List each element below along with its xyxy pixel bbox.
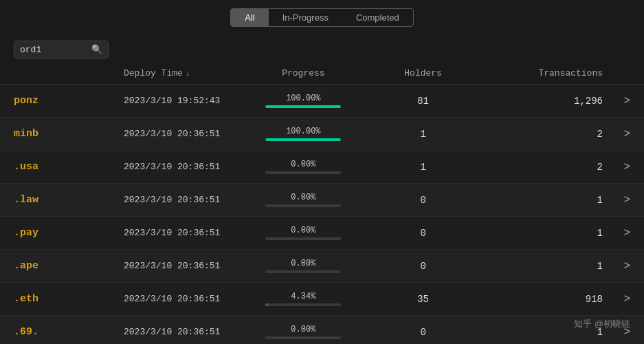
progress-pct-label: 0.00% [291, 325, 315, 334]
deploy-time-value: 2023/3/10 20:36:51 [124, 162, 220, 172]
table-row[interactable]: ponz 2023/3/10 19:52:43 100.00% 81 1,296 [0, 85, 644, 118]
cell-deploy-time: 2023/3/10 20:36:51 [124, 261, 243, 271]
table-container: Deploy Time ↓ Progress Holders Transacti… [0, 63, 644, 344]
deploy-time-value: 2023/3/10 20:36:51 [124, 294, 220, 304]
tab-completed[interactable]: Completed [342, 9, 413, 26]
progress-bar-bg [265, 138, 341, 141]
cell-chevron[interactable]: > [603, 95, 630, 107]
cell-progress: 100.00% [243, 127, 363, 141]
cell-deploy-time: 2023/3/10 20:36:51 [124, 162, 243, 172]
cell-chevron[interactable]: > [603, 161, 630, 173]
cell-transactions: 1,296 [483, 96, 603, 107]
chevron-icon: > [623, 128, 630, 140]
progress-pct-label: 100.00% [286, 94, 320, 103]
cell-progress: 0.00% [243, 160, 363, 174]
table-header: Deploy Time ↓ Progress Holders Transacti… [0, 63, 644, 85]
cell-holders: 1 [364, 129, 483, 140]
progress-bar-fill [265, 105, 341, 108]
cell-progress: 4.34% [243, 292, 363, 306]
progress-bar-fill [265, 303, 269, 306]
table-row[interactable]: minb 2023/3/10 20:36:51 100.00% 1 2 [0, 118, 644, 151]
cell-progress: 100.00% [243, 94, 363, 108]
progress-pct-label: 100.00% [286, 127, 320, 136]
cell-progress: 0.00% [243, 259, 363, 273]
deploy-time-value: 2023/3/10 20:36:51 [124, 327, 220, 337]
tab-all[interactable]: All [231, 9, 268, 26]
cell-holders: 0 [364, 327, 483, 338]
tab-in-progress[interactable]: In-Progress [269, 9, 342, 26]
holders-value: 1 [420, 129, 425, 140]
tab-group: AllIn-ProgressCompleted [230, 8, 414, 27]
ticker-label: .usa [14, 161, 38, 173]
cell-ticker: .69. [14, 326, 124, 338]
progress-bar-bg [265, 105, 341, 108]
holders-value: 0 [420, 327, 425, 338]
cell-holders: 1 [364, 162, 483, 173]
table-body: ponz 2023/3/10 19:52:43 100.00% 81 1,296 [0, 85, 644, 344]
cell-chevron[interactable]: > [603, 227, 630, 239]
holders-value: 35 [417, 294, 429, 305]
table-row[interactable]: .69. 2023/3/10 20:36:51 0.00% 0 1 > [0, 316, 644, 344]
ticker-label: ponz [14, 95, 38, 107]
holders-value: 0 [420, 261, 425, 272]
col-holders: Holders [364, 68, 483, 78]
cell-ticker: minb [14, 128, 124, 140]
search-input[interactable] [20, 45, 89, 55]
col-deploy-time: Deploy Time ↓ [124, 68, 243, 78]
cell-chevron[interactable]: > [603, 128, 630, 140]
progress-cell: 0.00% [265, 226, 341, 240]
col-action [603, 68, 630, 78]
ticker-label: .law [14, 194, 38, 206]
cell-holders: 0 [364, 228, 483, 239]
holders-value: 1 [420, 162, 425, 173]
chevron-icon: > [623, 95, 630, 107]
progress-pct-label: 0.00% [291, 226, 315, 235]
cell-chevron[interactable]: > [603, 293, 630, 305]
cell-chevron[interactable]: > [603, 260, 630, 272]
deploy-time-value: 2023/3/10 20:36:51 [124, 228, 220, 238]
cell-progress: 0.00% [243, 226, 363, 240]
progress-cell: 0.00% [265, 193, 341, 207]
deploy-time-value: 2023/3/10 19:52:43 [124, 96, 220, 106]
progress-bar-bg [265, 336, 341, 339]
transactions-value: 2 [597, 162, 603, 173]
cell-holders: 0 [364, 261, 483, 272]
ticker-label: .69. [14, 326, 38, 338]
col-deploy-time-label: Deploy Time [124, 68, 183, 78]
ticker-label: .pay [14, 227, 38, 239]
cell-holders: 35 [364, 294, 483, 305]
cell-transactions: 1 [483, 228, 603, 239]
col-transactions: Transactions [483, 68, 603, 78]
chevron-icon: > [623, 161, 630, 173]
sort-icon: ↓ [186, 69, 190, 78]
progress-cell: 100.00% [265, 94, 341, 108]
table-row[interactable]: .pay 2023/3/10 20:36:51 0.00% 0 1 > [0, 217, 644, 250]
cell-progress: 0.00% [243, 193, 363, 207]
search-box: 🔍 [14, 41, 109, 58]
transactions-value: 1 [597, 195, 603, 206]
progress-cell: 100.00% [265, 127, 341, 141]
deploy-time-value: 2023/3/10 20:36:51 [124, 261, 220, 271]
progress-bar-bg [265, 237, 341, 240]
table-row[interactable]: .ape 2023/3/10 20:36:51 0.00% 0 1 > [0, 250, 644, 283]
cell-deploy-time: 2023/3/10 20:36:51 [124, 129, 243, 139]
progress-bar-fill [265, 138, 341, 141]
cell-deploy-time: 2023/3/10 20:36:51 [124, 228, 243, 238]
cell-holders: 81 [364, 96, 483, 107]
table-row[interactable]: .eth 2023/3/10 20:36:51 4.34% 35 918 [0, 283, 644, 316]
cell-deploy-time: 2023/3/10 20:36:51 [124, 294, 243, 304]
cell-chevron[interactable]: > [603, 194, 630, 206]
holders-value: 0 [420, 195, 425, 206]
holders-value: 81 [417, 96, 429, 107]
cell-deploy-time: 2023/3/10 20:36:51 [124, 327, 243, 337]
progress-pct-label: 4.34% [291, 292, 315, 301]
chevron-icon: > [623, 227, 630, 239]
table-row[interactable]: .usa 2023/3/10 20:36:51 0.00% 1 2 > [0, 151, 644, 184]
cell-transactions: 2 [483, 162, 603, 173]
chevron-icon: > [623, 293, 630, 305]
cell-ticker: .pay [14, 227, 124, 239]
table-row[interactable]: .law 2023/3/10 20:36:51 0.00% 0 1 > [0, 184, 644, 217]
cell-ticker: .ape [14, 260, 124, 272]
transactions-value: 1 [597, 228, 603, 239]
progress-bar-bg [265, 303, 341, 306]
